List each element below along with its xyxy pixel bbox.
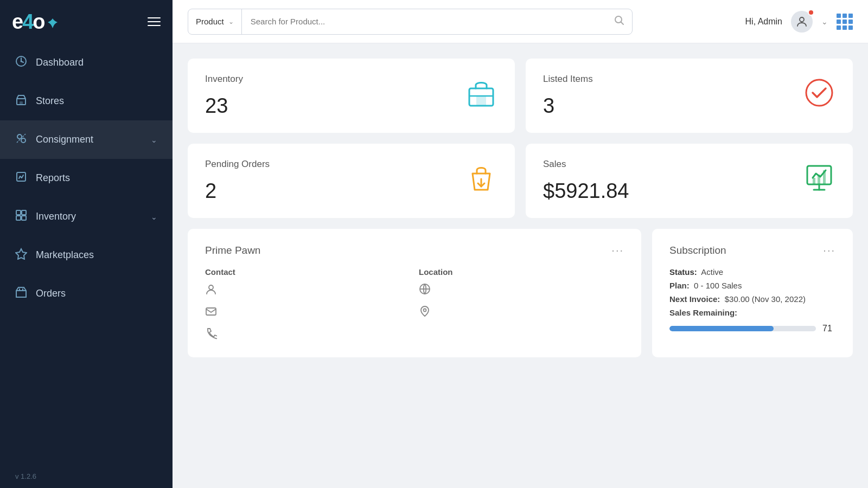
svg-rect-20: [823, 170, 826, 184]
stat-card-pending-orders: Pending Orders 2: [188, 144, 515, 218]
check-circle-icon: [803, 76, 835, 115]
stat-card-inventory: Inventory 23: [188, 59, 515, 133]
subscription-plan: Plan: 0 - 100 Sales: [669, 281, 835, 290]
svg-point-1: [21, 61, 22, 62]
sidebar-item-reports[interactable]: Reports: [0, 159, 173, 197]
sidebar-item-label: Reports: [36, 172, 70, 184]
svg-rect-18: [813, 178, 815, 184]
bag-download-icon: [465, 162, 497, 201]
plan-label: Plan:: [669, 281, 690, 290]
svg-point-24: [424, 309, 426, 312]
person-icon: [205, 283, 410, 298]
svg-point-21: [209, 285, 213, 290]
svg-rect-9: [16, 216, 21, 220]
content-area: Inventory 23 Listed Items 3: [173, 43, 868, 488]
info-grid: Contact: [205, 267, 624, 342]
store-name: Prime Pawn: [205, 245, 260, 256]
hamburger-icon[interactable]: [148, 17, 161, 26]
sales-remaining-label: Sales Remaining:: [669, 308, 737, 317]
chevron-down-icon: ⌄: [151, 136, 157, 144]
sidebar-item-label: Marketplaces: [36, 249, 94, 261]
sidebar-item-consignment[interactable]: Consignment ⌄: [0, 120, 173, 159]
svg-rect-15: [477, 96, 486, 106]
header-right: Hi, Admin ⌄: [745, 11, 853, 33]
svg-rect-3: [20, 101, 23, 105]
sidebar-item-dashboard[interactable]: Dashboard: [0, 43, 173, 82]
svg-rect-10: [22, 216, 26, 220]
svg-rect-7: [16, 210, 21, 215]
grid-icon[interactable]: [837, 14, 853, 30]
subscription-card: Subscription ··· Status: Active Plan: 0 …: [652, 229, 853, 357]
stat-value: $5921.84: [543, 179, 835, 203]
greeting-text: Hi, Admin: [745, 17, 782, 27]
chevron-down-icon: ⌄: [151, 213, 157, 221]
orders-icon: [15, 286, 27, 301]
stats-row-2: Pending Orders 2 Sales $5921.84: [188, 144, 853, 218]
subscription-more-button[interactable]: ···: [823, 244, 835, 256]
sidebar-header: e4o: [0, 0, 173, 43]
search-dropdown-label: Product: [196, 17, 224, 26]
contact-section: Contact: [205, 267, 410, 342]
avatar[interactable]: [791, 11, 813, 33]
sidebar-item-inventory[interactable]: Inventory ⌄: [0, 197, 173, 236]
progress-bar-fill: [669, 326, 774, 331]
progress-bar-background: [669, 326, 816, 331]
svg-rect-8: [22, 210, 26, 215]
email-icon: [205, 305, 410, 320]
sidebar-item-marketplaces[interactable]: Marketplaces: [0, 236, 173, 274]
location-label: Location: [419, 267, 624, 277]
location-pin-icon: [419, 305, 624, 320]
main-area: Product ⌄ Hi, Admin ⌄: [173, 0, 868, 488]
stat-value: 23: [205, 94, 497, 118]
store-more-button[interactable]: ···: [611, 244, 624, 256]
subscription-status: Status: Active: [669, 267, 835, 277]
sidebar-item-label: Dashboard: [36, 57, 84, 68]
sidebar-item-label: Inventory: [36, 211, 76, 222]
next-invoice: Next Invoice: $30.00 (Nov 30, 2022): [669, 294, 835, 304]
card-header: Subscription ···: [669, 244, 835, 256]
logo: e4o: [12, 11, 59, 32]
contact-label: Contact: [205, 267, 410, 277]
next-invoice-value: $30.00 (Nov 30, 2022): [725, 294, 806, 304]
sidebar-version: v 1.2.6: [0, 465, 173, 488]
search-bar: Product ⌄: [188, 9, 633, 35]
search-icon[interactable]: [606, 15, 632, 28]
store-info-card: Prime Pawn ··· Contact: [188, 229, 641, 357]
stat-value: 3: [543, 94, 835, 118]
status-value: Active: [701, 267, 723, 277]
chevron-down-icon[interactable]: ⌄: [821, 17, 828, 26]
stat-title: Listed Items: [543, 74, 835, 85]
consignment-icon: [15, 132, 27, 147]
header: Product ⌄ Hi, Admin ⌄: [173, 0, 868, 43]
shop-icon: [465, 76, 497, 115]
contact-icons: [205, 283, 410, 342]
sidebar-nav: Dashboard Stores Consignment ⌄ Reports: [0, 43, 173, 313]
card-header: Prime Pawn ···: [205, 244, 624, 256]
svg-point-5: [21, 138, 25, 143]
inventory-icon: [15, 209, 27, 224]
reports-icon: [15, 171, 27, 185]
search-input[interactable]: [242, 9, 606, 34]
search-dropdown[interactable]: Product ⌄: [188, 9, 242, 34]
stat-title: Inventory: [205, 74, 497, 85]
marketplaces-icon: [15, 248, 27, 262]
bottom-row: Prime Pawn ··· Contact: [188, 229, 853, 357]
sidebar-item-label: Orders: [36, 288, 66, 299]
globe-icon: [419, 283, 624, 298]
phone-icon: [205, 328, 410, 342]
sales-remaining: Sales Remaining:: [669, 308, 835, 317]
stat-title: Pending Orders: [205, 159, 497, 170]
sidebar: e4o Dashboard Stores Consignment: [0, 0, 173, 488]
svg-point-16: [806, 80, 832, 106]
chevron-down-icon: ⌄: [228, 18, 234, 25]
sidebar-item-stores[interactable]: Stores: [0, 82, 173, 120]
next-invoice-label: Next Invoice:: [669, 294, 720, 304]
location-icons: [419, 283, 624, 320]
plan-value: 0 - 100 Sales: [694, 281, 742, 290]
subscription-title: Subscription: [669, 245, 726, 256]
sidebar-item-label: Consignment: [36, 134, 93, 145]
sidebar-item-orders[interactable]: Orders: [0, 274, 173, 313]
svg-point-13: [800, 17, 804, 22]
location-section: Location: [419, 267, 624, 342]
sidebar-item-label: Stores: [36, 95, 64, 107]
